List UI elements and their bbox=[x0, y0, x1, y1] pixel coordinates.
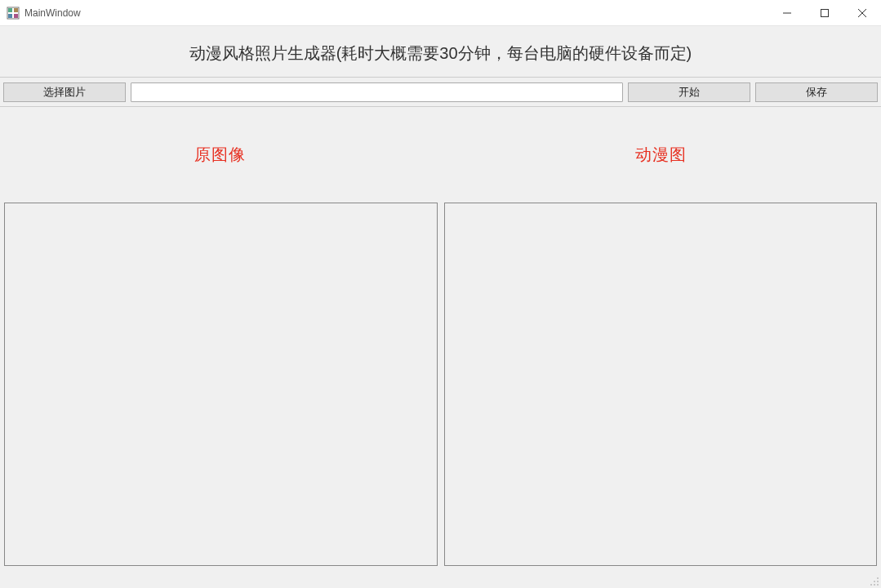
window-title-bar: MainWindow bbox=[0, 0, 881, 26]
window-title: MainWindow bbox=[24, 7, 81, 19]
close-button[interactable] bbox=[843, 0, 881, 26]
svg-point-12 bbox=[870, 584, 872, 586]
svg-rect-1 bbox=[8, 8, 12, 12]
anime-image-panel bbox=[444, 203, 878, 566]
minimize-button[interactable] bbox=[768, 0, 806, 26]
start-button[interactable]: 开始 bbox=[628, 82, 750, 102]
svg-point-13 bbox=[874, 584, 875, 586]
window-controls bbox=[768, 0, 881, 25]
svg-point-14 bbox=[877, 584, 879, 586]
image-labels-row: 原图像 动漫图 bbox=[0, 144, 881, 166]
anime-label: 动漫图 bbox=[441, 144, 882, 166]
original-label: 原图像 bbox=[0, 144, 441, 166]
svg-point-10 bbox=[874, 581, 875, 582]
page-headline: 动漫风格照片生成器(耗时大概需要30分钟，每台电脑的硬件设备而定) bbox=[0, 42, 881, 78]
toolbar: 选择图片 开始 保存 bbox=[0, 78, 881, 107]
maximize-button[interactable] bbox=[806, 0, 843, 26]
svg-point-11 bbox=[877, 581, 879, 582]
image-path-input[interactable] bbox=[131, 82, 623, 102]
resize-grip-icon[interactable] bbox=[868, 575, 879, 586]
image-panels bbox=[0, 203, 881, 566]
svg-point-9 bbox=[877, 577, 879, 579]
svg-rect-2 bbox=[8, 14, 12, 18]
svg-rect-3 bbox=[14, 8, 18, 12]
svg-rect-6 bbox=[821, 10, 829, 17]
svg-rect-4 bbox=[14, 14, 18, 18]
app-icon bbox=[7, 7, 20, 20]
save-button[interactable]: 保存 bbox=[755, 82, 878, 102]
original-image-panel bbox=[4, 203, 438, 566]
main-content: 动漫风格照片生成器(耗时大概需要30分钟，每台电脑的硬件设备而定) 选择图片 开… bbox=[0, 26, 881, 588]
select-image-button[interactable]: 选择图片 bbox=[3, 82, 126, 102]
